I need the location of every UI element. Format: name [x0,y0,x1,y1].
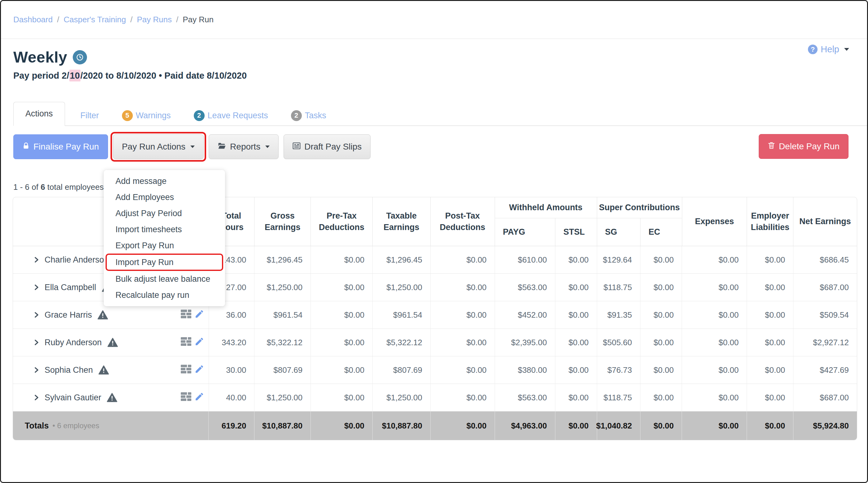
column-header-payg: PAYG [495,218,555,246]
warning-icon[interactable] [107,393,117,402]
chevron-down-icon [265,146,270,148]
table-row: Sylvain Gautier 40.00 $1,250.00 $0.00 $1… [13,384,857,412]
net-earnings-cell: $509.54 [793,301,857,329]
warnings-count-badge: 5 [122,110,133,121]
taxable-earnings-cell: $5,322.12 [372,329,430,356]
menu-item-import-timesheets[interactable]: Import timesheets [104,221,225,238]
menu-item-import-pay-run[interactable]: Import Pay Run [105,253,223,271]
chevron-down-icon [844,48,849,51]
help-question-icon: ? [808,44,817,54]
column-header-stsl: STSL [555,218,597,246]
breadcrumb-current: Pay Run [183,15,214,25]
finalise-pay-run-button[interactable]: Finalise Pay Run [13,134,108,159]
edit-pencil-icon[interactable] [194,364,204,376]
totals-net: $5,924.80 [793,412,857,440]
net-earnings-cell: $427.69 [793,356,857,384]
edit-pencil-icon[interactable] [194,392,204,404]
tab-bar: Actions Filter 5 Warnings 2 Leave Reques… [13,102,867,126]
taxable-earnings-cell: $807.69 [372,356,430,384]
column-header-employer-liabilities: Employer Liabilities [747,197,793,246]
menu-item-recalculate-pay-run[interactable]: Recalculate pay run [104,287,225,303]
taxable-earnings-cell: $1,296.45 [372,246,430,273]
tab-actions[interactable]: Actions [13,102,65,126]
warning-icon[interactable] [97,310,108,320]
stsl-cell: $0.00 [555,329,597,356]
highlighted-date-part: 10 [69,70,81,82]
breadcrumb-business[interactable]: Casper's Training [63,15,126,25]
expand-chevron-icon[interactable] [33,283,40,291]
gross-earnings-cell: $807.69 [254,356,310,384]
menu-item-add-message[interactable]: Add message [104,173,225,189]
employer-liabilities-cell: $0.00 [747,301,793,329]
employee-name[interactable]: Sophia Chen [44,365,93,375]
post-tax-deductions-cell: $0.00 [430,301,495,329]
expand-chevron-icon[interactable] [33,311,40,319]
stsl-cell: $0.00 [555,356,597,384]
pre-tax-deductions-cell: $0.00 [310,246,372,273]
tab-leave-requests[interactable]: 2 Leave Requests [186,105,276,125]
stsl-cell: $0.00 [555,246,597,273]
timesheet-icon[interactable] [181,309,192,321]
breadcrumb-pay-runs[interactable]: Pay Runs [137,15,172,25]
delete-pay-run-button[interactable]: Delete Pay Run [759,134,848,159]
edit-pencil-icon[interactable] [194,337,204,349]
folder-icon [218,142,226,152]
pay-period-subtitle: Pay period 2/10/2020 to 8/10/2020 • Paid… [13,70,867,81]
menu-item-bulk-adjust-leave-balance[interactable]: Bulk adjust leave balance [104,271,225,287]
totals-hours: 619.20 [208,412,254,440]
totals-payg: $4,963.00 [495,412,555,440]
expand-chevron-icon[interactable] [33,366,40,374]
group-header-withheld-amounts: Withheld Amounts [495,197,597,218]
post-tax-deductions-cell: $0.00 [430,329,495,356]
employer-liabilities-cell: $0.00 [747,329,793,356]
timesheet-icon[interactable] [181,391,192,404]
warning-icon[interactable] [107,338,118,347]
expand-chevron-icon[interactable] [33,256,40,264]
totals-posttax: $0.00 [430,412,495,440]
employee-name[interactable]: Grace Harris [44,310,92,320]
help-menu[interactable]: ? Help [808,44,849,55]
column-header-pre-tax-deductions: Pre-Tax Deductions [310,197,372,246]
column-header-taxable-earnings: Taxable Earnings [372,197,430,246]
column-header-gross-earnings: Gross Earnings [254,197,310,246]
expenses-cell: $0.00 [682,329,747,356]
payg-cell: $452.00 [495,301,555,329]
pay-run-actions-button[interactable]: Pay Run Actions [113,134,204,159]
menu-item-adjust-pay-period[interactable]: Adjust Pay Period [104,205,225,221]
payg-cell: $563.00 [495,274,555,301]
warning-icon[interactable] [98,365,109,374]
employee-name[interactable]: Ruby Anderson [44,338,102,348]
tab-warnings[interactable]: 5 Warnings [115,105,178,125]
expenses-cell: $0.00 [682,356,747,384]
super-contributions-group: Super Contributions SG EC [597,197,682,246]
employee-name[interactable]: Ella Campbell [44,283,96,292]
menu-item-add-employees[interactable]: Add Employees [104,189,225,205]
pre-tax-deductions-cell: $0.00 [310,356,372,384]
timesheet-icon[interactable] [181,336,192,349]
payg-cell: $2,395.00 [495,329,555,356]
employee-name[interactable]: Sylvain Gautier [44,393,101,402]
edit-pencil-icon[interactable] [194,309,204,321]
breadcrumb-separator: / [57,15,59,25]
sg-cell: $76.73 [597,356,640,384]
total-hours-cell: 343.20 [209,329,254,356]
employee-name[interactable]: Charlie Anderson [44,255,108,265]
breadcrumb-dashboard[interactable]: Dashboard [13,15,53,25]
toolbar: Finalise Pay Run Pay Run Actions Reports… [13,134,855,159]
ec-cell: $0.00 [640,274,682,301]
tab-filter[interactable]: Filter [73,105,106,125]
expenses-cell: $0.00 [682,274,747,301]
net-earnings-cell: $2,927.12 [793,329,857,356]
draft-pay-slips-button[interactable]: Draft Pay Slips [284,134,371,159]
leave-requests-count-badge: 2 [194,110,205,121]
expand-chevron-icon[interactable] [33,394,40,401]
tab-tasks[interactable]: 2 Tasks [284,105,334,125]
ec-cell: $0.00 [640,329,682,356]
totals-gross: $10,887.80 [254,412,310,440]
expand-chevron-icon[interactable] [33,339,40,346]
gross-earnings-cell: $1,296.45 [254,246,310,273]
sg-cell: $91.35 [597,301,640,329]
timesheet-icon[interactable] [181,364,192,376]
reports-button[interactable]: Reports [209,134,279,159]
menu-item-export-pay-run[interactable]: Export Pay Run [104,238,225,253]
